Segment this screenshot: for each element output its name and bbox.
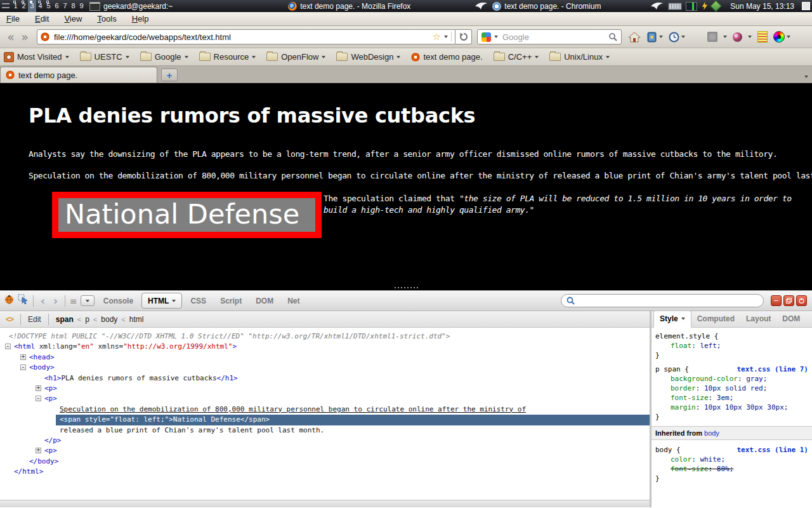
bookmark-item[interactable]: Google: [140, 52, 188, 62]
tab-text-demo-page[interactable]: text demo page.: [0, 67, 157, 83]
extension-menu-button[interactable]: [707, 32, 727, 42]
clock[interactable]: Sun May 15, 13:13: [730, 2, 794, 11]
style-tab-style[interactable]: Style: [653, 311, 691, 328]
menu-help[interactable]: Help: [132, 14, 149, 23]
home-icon[interactable]: [628, 31, 641, 43]
firebug-back-icon[interactable]: ‹: [38, 295, 48, 307]
workspace-cell[interactable]: 4: [36, 0, 44, 12]
bookmark-star-icon[interactable]: ☆: [433, 32, 441, 42]
firebug-tab-html[interactable]: HTML: [141, 293, 182, 309]
bookmark-item[interactable]: UESTC: [80, 52, 129, 62]
breadcrumb-node-span[interactable]: span: [56, 315, 74, 324]
css-selector-line[interactable]: body {text.css (line 1): [655, 445, 812, 455]
bookmark-caret-icon[interactable]: [444, 36, 448, 38]
tree-node[interactable]: <h1>PLA denies rumors of massive cutback…: [0, 373, 650, 384]
firebug-search-box[interactable]: [561, 294, 764, 307]
search-icon[interactable]: [608, 32, 617, 41]
firebug-search-input[interactable]: [579, 296, 758, 306]
edit-code-icon[interactable]: <>: [6, 315, 13, 324]
collapse-icon[interactable]: -: [5, 344, 11, 349]
search-bar[interactable]: [477, 29, 622, 44]
history-menu-button[interactable]: [669, 32, 685, 43]
firebug-tab-net[interactable]: Net: [282, 297, 305, 305]
forward-button[interactable]: »: [18, 29, 32, 44]
firebug-dropdown-button[interactable]: [81, 295, 95, 306]
style-tab-computed[interactable]: Computed: [691, 311, 740, 327]
tree-node[interactable]: +<p>: [0, 384, 650, 394]
search-engine-caret-icon[interactable]: [494, 36, 498, 38]
menu-file[interactable]: File: [6, 14, 20, 23]
tree-node[interactable]: <!DOCTYPE html PUBLIC "-//W3C//DTD XHTML…: [0, 331, 650, 342]
menu-tools[interactable]: Tools: [97, 14, 116, 23]
menu-edit[interactable]: Edit: [35, 14, 49, 23]
workspace-cell[interactable]: 2: [20, 0, 28, 12]
reload-button[interactable]: [455, 29, 472, 44]
bookmark-item[interactable]: WebDesign: [336, 52, 400, 62]
css-property[interactable]: color: white;: [655, 455, 812, 464]
url-bar[interactable]: ☆: [37, 29, 455, 44]
expand-icon[interactable]: +: [36, 448, 41, 453]
breadcrumb-node-body[interactable]: body: [101, 315, 117, 324]
keyboard-tray-icon[interactable]: [668, 3, 682, 10]
workspace-cell[interactable]: 6: [53, 0, 61, 12]
tree-node[interactable]: +<p>: [0, 446, 650, 456]
expand-icon[interactable]: +: [20, 354, 26, 360]
tree-node[interactable]: </html>: [0, 467, 650, 477]
workspace-cell[interactable]: 3: [28, 0, 36, 12]
edit-button[interactable]: Edit: [28, 315, 41, 324]
firebug-menu-icon[interactable]: ≡: [70, 296, 77, 306]
inspect-icon[interactable]: [18, 294, 29, 307]
tree-node[interactable]: -<p>: [0, 394, 650, 404]
bookmark-item[interactable]: text demo page.: [411, 52, 482, 62]
css-property[interactable]: font-size: 80%;: [655, 464, 812, 474]
style-tab-layout[interactable]: Layout: [740, 311, 776, 327]
css-property[interactable]: border: 10px solid red;: [655, 384, 812, 393]
bookmark-item[interactable]: C/C++: [494, 52, 539, 62]
tree-node[interactable]: -<body>: [0, 363, 650, 373]
css-source-link[interactable]: text.css (line 7): [737, 364, 808, 374]
workspace-cell[interactable]: 9: [77, 0, 86, 12]
minimize-button[interactable]: −: [771, 295, 782, 306]
css-selector-line[interactable]: p span {text.css (line 7): [655, 364, 812, 374]
tree-node[interactable]: released a blue print of Chian's army's …: [0, 425, 650, 436]
firebug-tab-console[interactable]: Console: [98, 297, 139, 305]
bookmark-item[interactable]: Unix/Linux: [549, 52, 610, 62]
expand-icon[interactable]: +: [36, 385, 41, 391]
dictionary-tray-icon[interactable]: [710, 0, 722, 11]
collapse-icon[interactable]: -: [20, 364, 26, 370]
close-button[interactable]: [796, 295, 807, 306]
horizontal-scrollbar[interactable]: [0, 500, 650, 507]
css-selector-line[interactable]: element.style {: [655, 331, 812, 341]
tree-node[interactable]: </body>: [0, 457, 650, 467]
firebug-tab-css[interactable]: CSS: [185, 297, 212, 305]
css-property[interactable]: margin: 10px 10px 30px 30px;: [655, 403, 812, 412]
tree-node[interactable]: +<head>: [0, 352, 650, 363]
tree-node[interactable]: </p>: [0, 436, 650, 446]
bookmark-item[interactable]: OpenFlow: [266, 52, 325, 62]
bookmarks-menu-button[interactable]: [646, 32, 663, 43]
inherited-from-link[interactable]: body: [704, 429, 719, 437]
firebug-tab-script[interactable]: Script: [214, 297, 247, 305]
firebug-resize-grip[interactable]: [0, 285, 812, 290]
taskbar-item-chromium[interactable]: text demo page. - Chromium: [488, 0, 605, 12]
style-tab-dom[interactable]: DOM: [776, 311, 806, 327]
taskbar-item-firefox[interactable]: text demo page. - Mozilla Firefox: [284, 0, 414, 12]
tree-node[interactable]: -<html xml:lang="en" xmlns="http://w3.or…: [0, 342, 650, 352]
theme-menu-button[interactable]: [733, 32, 752, 42]
window-list-icon[interactable]: [2, 3, 10, 10]
back-button[interactable]: «: [4, 29, 18, 44]
taskbar-item-terminal[interactable]: geekard@geekard:~: [86, 0, 176, 12]
new-tab-button[interactable]: +: [161, 69, 178, 81]
workspace-cell[interactable]: 5: [44, 0, 53, 12]
css-property[interactable]: float: left;: [655, 341, 812, 351]
url-input[interactable]: [53, 32, 429, 43]
tab-list-caret-icon[interactable]: [804, 76, 808, 78]
css-source-link[interactable]: text.css (line 1): [737, 445, 808, 455]
power-tray-icon[interactable]: [701, 2, 708, 10]
tree-node[interactable]: Speculation on the demobilization of 800…: [0, 404, 650, 415]
bookmark-item[interactable]: Resource: [199, 52, 256, 62]
breadcrumb-node-p[interactable]: p: [85, 315, 89, 324]
firebug-icon[interactable]: [4, 294, 15, 307]
breadcrumb-node-html[interactable]: html: [129, 315, 144, 324]
workspace-cell[interactable]: 7: [61, 0, 69, 12]
